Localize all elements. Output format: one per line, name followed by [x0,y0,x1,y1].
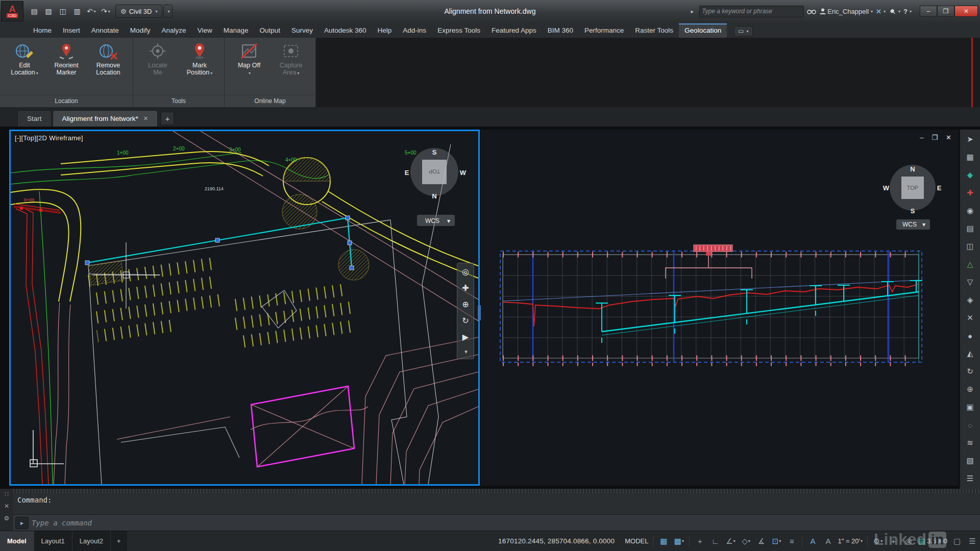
side-toolbar-button[interactable]: ⊕ [963,383,977,396]
object-snap-tracking-button[interactable]: ∡ [754,534,768,548]
red-utility-lines[interactable] [14,204,61,484]
restore-doc-button[interactable]: ❐ [932,134,938,141]
tab-geolocation[interactable]: Geolocation [679,23,727,38]
compass-east[interactable]: E [937,184,942,192]
tab-analyze[interactable]: Analyze [156,23,192,38]
compass-south[interactable]: S [432,148,437,156]
plot-button[interactable]: ▥ [70,5,84,18]
search-input[interactable] [702,8,801,15]
side-toolbar-button[interactable]: ➤ [963,133,977,146]
tab-manage[interactable]: Manage [218,23,254,38]
tab-home[interactable]: Home [28,23,57,38]
side-toolbar-button[interactable]: ✕ [963,311,977,324]
viewport-plan[interactable]: [-][Top][2D Wireframe] [9,130,480,486]
side-toolbar-button[interactable]: ▧ [963,454,977,467]
side-toolbar-button[interactable]: ▣ [963,400,977,414]
command-input[interactable] [32,519,980,527]
side-toolbar-button[interactable]: ◫ [963,240,977,253]
help-button[interactable]: ? ▾ [903,8,912,15]
show-motion-icon[interactable]: ▶ [462,332,469,342]
parking-stripes[interactable] [87,257,355,348]
new-file-button[interactable]: ▤ [28,5,41,18]
remove-location-button[interactable]: Remove Location [88,40,129,95]
workspace-selector[interactable]: ⚙ Civil 3D ▾ [115,5,162,18]
communication-center-button[interactable]: ▾ [889,8,900,15]
zoom-icon[interactable]: ⊕ [462,299,469,309]
graphics-performance-button[interactable]: ▤3.5000 [917,534,949,548]
tab-add-ins[interactable]: Add-ins [397,23,432,38]
minimize-doc-button[interactable]: – [920,134,923,141]
grid-display-button[interactable]: ▦ [656,534,671,548]
lineweight-button[interactable]: ≡ [785,534,799,548]
clean-screen-button[interactable]: ▢ [950,534,964,548]
tab-express-tools[interactable]: Express Tools [432,23,486,38]
qat-customize-button[interactable]: ▾ [163,5,173,18]
side-toolbar-button[interactable]: ● [963,329,977,342]
chevron-down-icon[interactable]: ▾ [464,348,468,355]
close-doc-button[interactable]: ✕ [946,134,951,141]
tab-raster-tools[interactable]: Raster Tools [629,23,679,38]
close-button[interactable]: ✕ [954,6,978,17]
panel-title-online-map[interactable]: Online Map [225,95,315,107]
search-history-button[interactable]: ▸ [688,8,696,15]
drag-grip-icon[interactable]: ∷ [5,490,9,497]
side-toolbar-button[interactable]: ↻ [963,365,977,378]
tab-performance[interactable]: Performance [579,23,629,38]
tab-modify[interactable]: Modify [125,23,156,38]
tab-output[interactable]: Output [254,23,286,38]
compass-east[interactable]: E [405,169,409,177]
viewport-controls-label[interactable]: [-][Top][2D Wireframe] [15,134,83,142]
map-off-button[interactable]: Map Off ▾ [229,40,270,95]
tab-bim-360[interactable]: BIM 360 [542,23,579,38]
reorient-marker-button[interactable]: Reorient Marker [46,40,87,95]
command-drag-bar[interactable] [13,489,980,493]
side-toolbar-button[interactable]: ▦ [963,151,977,164]
application-menu-button[interactable]: A C3D [1,1,23,21]
search-button[interactable] [807,8,816,15]
object-snap-button[interactable]: ⊡▾ [769,534,783,548]
side-toolbar-button[interactable]: ▽ [963,276,977,289]
site-plan-drawing[interactable]: 1+00 2+00 3+00 4+00 5+00 0+00 2190.114 [11,131,478,484]
annotation-scale-button[interactable]: 1" = 20'▾ [836,534,864,548]
dynamic-input-button[interactable]: + [693,534,707,548]
model-space-toggle[interactable]: MODEL [623,534,650,548]
undo-button[interactable]: ↶▾ [85,5,98,18]
side-toolbar-button[interactable]: ▤ [963,222,977,235]
tab-view[interactable]: View [192,23,218,38]
layout-tab-model[interactable]: Model [0,531,34,551]
exchange-apps-button[interactable]: ✕ ▾ [876,8,886,15]
side-toolbar-button[interactable]: ◭ [963,347,977,360]
snap-mode-button[interactable]: ▩▾ [672,534,686,548]
orbit-icon[interactable]: ↻ [462,316,469,325]
restore-button[interactable]: ❐ [937,6,954,17]
mark-position-button[interactable]: Mark Position▾ [179,40,220,95]
layout-tab-layout2[interactable]: Layout2 [72,531,111,551]
ortho-mode-button[interactable]: ∟ [708,534,722,548]
compass-north[interactable]: N [910,165,915,173]
tab-autodesk-360[interactable]: Autodesk 360 [318,23,372,38]
viewport-profile[interactable]: – ❐ ✕ [481,130,959,486]
customize-wrench-icon[interactable]: ⚙ [4,515,10,522]
compass-west[interactable]: W [460,169,467,177]
side-toolbar-button[interactable]: ◉ [963,204,977,217]
sign-in-control[interactable]: Eric_Chappell ▾ [819,8,873,15]
annotation-autoscale-button[interactable]: A [821,534,835,548]
tab-survey[interactable]: Survey [286,23,318,38]
alignment-polyline[interactable] [85,216,354,270]
pan-icon[interactable]: ✚ [462,283,469,293]
save-button[interactable]: ◫ [56,5,69,18]
panel-title-location[interactable]: Location [0,95,133,107]
viewcube[interactable]: S N E W TOP [405,148,467,200]
redo-button[interactable]: ↷▾ [99,5,112,18]
side-toolbar-button[interactable]: ≋ [963,436,977,449]
side-toolbar-button[interactable]: ☰ [963,472,977,485]
side-toolbar-button[interactable]: ◆ [963,168,977,182]
isolate-objects-button[interactable]: ◎ [901,534,916,548]
layout-tab-layout1[interactable]: Layout1 [34,531,72,551]
annotation-monitor-button[interactable]: + [886,534,900,548]
side-toolbar-button[interactable]: ◌ [963,418,977,432]
locate-me-button[interactable]: Locate Me [137,40,178,95]
compass-south[interactable]: S [911,207,915,215]
tab-featured-apps[interactable]: Featured Apps [486,23,542,38]
tab-insert[interactable]: Insert [57,23,86,38]
